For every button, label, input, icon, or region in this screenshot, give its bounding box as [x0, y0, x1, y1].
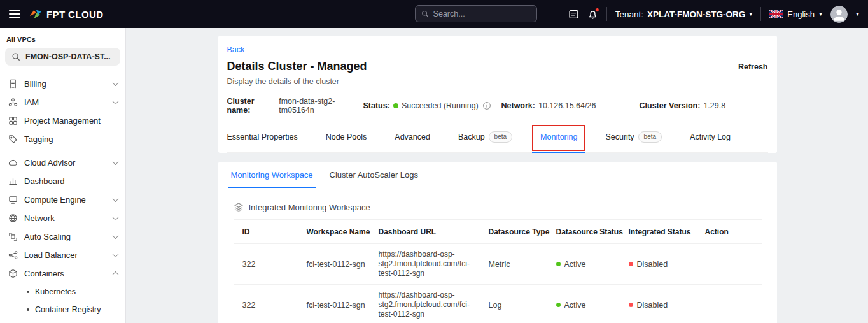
survey-icon[interactable]: [568, 9, 579, 20]
workspace-table: ID Workspace Name Dashboard URL Datasour…: [234, 220, 762, 323]
tab-essential-properties[interactable]: Essential Properties: [227, 122, 298, 152]
sidebar-item-label: Cloud Advisor: [24, 158, 75, 168]
cell-dashboard-url: https://dashboard-osp-stg2.fmon.fptcloud…: [379, 250, 489, 278]
chevron-down-icon: [113, 159, 119, 165]
layers-icon: [234, 202, 244, 212]
search-icon: [11, 52, 20, 61]
hamburger-menu-icon[interactable]: [9, 10, 20, 18]
sidebar-item-label: Containers: [24, 269, 64, 278]
sidebar-item-tagging[interactable]: Tagging: [5, 130, 120, 148]
cell-datasource-type: Log: [489, 301, 556, 310]
sidebar-item-compute-engine[interactable]: Compute Engine: [5, 190, 120, 209]
sidebar-item-label: IAM: [24, 97, 39, 107]
tab-node-pools[interactable]: Node Pools: [326, 122, 367, 152]
cell-integrated-status: Disabled: [629, 301, 705, 310]
search-icon: [421, 10, 429, 18]
cell-id: 322: [234, 301, 307, 310]
col-header-workspace-name: Workspace Name: [307, 227, 379, 236]
subtab-monitoring-workspace[interactable]: Monitoring Workspace: [228, 162, 316, 188]
iam-icon: [8, 97, 18, 107]
tenant-selector[interactable]: Tenant: XPLAT-FMON-STG-ORG ▾: [615, 10, 753, 19]
sidebar-item-billing[interactable]: Billing: [5, 75, 120, 93]
cell-datasource-status: Active: [556, 260, 629, 269]
sidebar-item-label: Auto Scaling: [24, 232, 71, 241]
sidebar-item-iam[interactable]: IAM: [5, 93, 120, 111]
tab-security[interactable]: Securitybeta: [605, 122, 662, 152]
vpc-selector-value: FMON-OSP-DATA-ST...: [25, 52, 111, 61]
topbar: FPT CLOUD Tenant: XPLAT-FMON-STG-ORG ▾ E…: [0, 0, 868, 28]
status-dot-green: [556, 303, 561, 307]
chevron-down-icon: [113, 196, 119, 202]
section-header: Integrated Monitoring Workspace: [234, 202, 762, 220]
load-balancer-icon: [8, 250, 18, 260]
tab-monitoring[interactable]: Monitoring: [540, 122, 577, 152]
chevron-up-icon: [113, 271, 119, 278]
cloud-icon: [8, 158, 18, 168]
sidebar-item-auto-scaling[interactable]: Auto Scaling: [5, 227, 120, 246]
table-row: 322 fci-test-0112-sgn https://dashboard-…: [234, 285, 762, 323]
brand-text: FPT CLOUD: [46, 9, 103, 20]
sidebar-item-label: Dashboard: [24, 176, 65, 186]
main-content: Back Details Cluster - Managed Refresh D…: [127, 28, 868, 323]
fpt-cloud-logo: FPT CLOUD: [29, 9, 103, 20]
cell-id: 322: [234, 260, 307, 269]
sidebar-item-label: Billing: [24, 79, 46, 89]
page-subtitle: Display the details of the cluster: [227, 77, 768, 86]
cluster-version-label: Cluster Version:: [640, 101, 701, 110]
col-header-datasource-type: Datasource Type: [489, 227, 556, 236]
sidebar-subitem-container-registry[interactable]: Container Registry: [5, 301, 120, 319]
col-header-datasource-status: Datasource Status: [556, 227, 629, 236]
notification-bell-icon[interactable]: [587, 9, 598, 20]
chevron-down-icon: ▾: [749, 11, 752, 17]
monitoring-subtabs: Monitoring Workspace Cluster AutoScaler …: [218, 162, 777, 188]
beta-badge: beta: [489, 131, 512, 143]
project-management-icon: [8, 116, 18, 126]
sidebar-subitem-label: Kubernetes: [35, 287, 76, 296]
sidebar-item-label: Tagging: [24, 134, 53, 144]
sidebar-item-load-balancer[interactable]: Load Balancer: [5, 246, 120, 264]
bullet-icon: [27, 308, 29, 311]
tag-icon: [8, 134, 18, 144]
sidebar-item-project-management[interactable]: Project Management: [5, 111, 120, 130]
chevron-down-icon: [113, 233, 119, 239]
subtab-cluster-autoscaler-logs[interactable]: Cluster AutoScaler Logs: [327, 162, 421, 188]
status-dot-green: [393, 103, 398, 108]
cell-workspace-name: fci-test-0112-sgn: [307, 260, 379, 269]
sidebar-item-label: Network: [24, 213, 55, 223]
notification-badge: [595, 8, 599, 12]
global-search[interactable]: [415, 5, 537, 22]
cell-dashboard-url: https://dashboard-osp-stg2.fmon.fptcloud…: [379, 291, 489, 319]
vpc-selector[interactable]: FMON-OSP-DATA-ST...: [5, 48, 120, 66]
table-header-row: ID Workspace Name Dashboard URL Datasour…: [234, 220, 762, 244]
col-header-id: ID: [234, 227, 307, 236]
sidebar-item-partial[interactable]: [5, 319, 120, 323]
col-header-action: Action: [705, 227, 762, 236]
containers-icon: [8, 269, 18, 278]
beta-badge: beta: [638, 131, 662, 143]
sidebar-item-cloud-advisor[interactable]: Cloud Advisor: [5, 154, 120, 172]
col-header-integrated-status: Integrated Status: [629, 227, 705, 236]
network-icon: [8, 213, 18, 223]
tenant-value: XPLAT-FMON-STG-ORG: [647, 10, 745, 19]
tab-activity-log[interactable]: Activity Log: [690, 122, 731, 152]
network-value: 10.126.15.64/26: [538, 101, 596, 110]
language-selector[interactable]: English ▾: [769, 10, 822, 19]
cluster-version-value: 1.29.8: [703, 101, 725, 110]
chevron-down-icon: [113, 80, 119, 86]
user-avatar[interactable]: [830, 6, 848, 23]
section-title: Integrated Monitoring Workspace: [249, 203, 370, 212]
tab-backup[interactable]: Backupbeta: [458, 122, 512, 152]
info-icon[interactable]: [483, 102, 491, 110]
status-label: Status:: [363, 101, 390, 110]
user-menu-chevron-icon[interactable]: ▾: [856, 11, 859, 17]
cell-integrated-status: Disabled: [629, 260, 705, 269]
sidebar-item-containers[interactable]: Containers: [5, 264, 120, 283]
sidebar-item-dashboard[interactable]: Dashboard: [5, 172, 120, 190]
search-input[interactable]: [433, 10, 531, 18]
sidebar-item-network[interactable]: Network: [5, 209, 120, 227]
refresh-button[interactable]: Refresh: [738, 62, 768, 71]
sidebar-subitem-kubernetes[interactable]: Kubernetes: [5, 283, 120, 301]
back-link[interactable]: Back: [227, 45, 245, 54]
tab-advanced[interactable]: Advanced: [395, 122, 430, 152]
monitoring-card: Monitoring Workspace Cluster AutoScaler …: [218, 162, 777, 323]
